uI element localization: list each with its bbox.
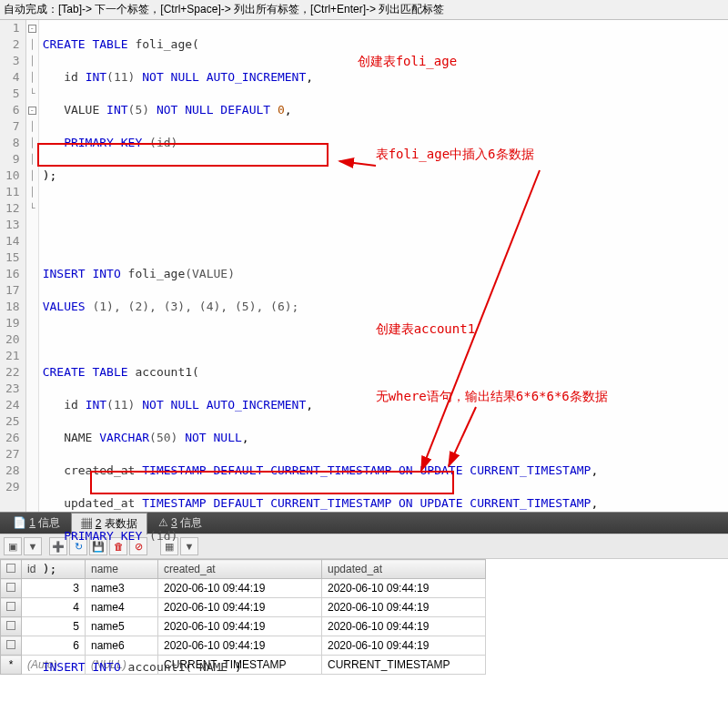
type: TIMESTAMP bbox=[142, 496, 206, 510]
svg-line-0 bbox=[339, 161, 376, 166]
paren: (VALUE) bbox=[185, 267, 235, 280]
keyword: CURRENT_TIMESTAMP bbox=[470, 463, 591, 477]
annotation-no-where: 无where语句，输出结果6*6*6*6条数据 bbox=[376, 388, 608, 404]
keyword: PRIMARY KEY bbox=[64, 136, 142, 149]
keyword: INTO bbox=[92, 660, 120, 674]
keyword: UPDATE bbox=[420, 496, 463, 510]
identifier: id bbox=[64, 398, 78, 412]
toolbar-btn[interactable]: ▼ bbox=[24, 537, 42, 555]
identifier: updated_at bbox=[64, 496, 135, 510]
row-checkbox[interactable] bbox=[6, 602, 15, 611]
keyword: ON bbox=[399, 496, 413, 510]
keyword: NOT NULL bbox=[157, 103, 214, 117]
paren: (5) bbox=[128, 103, 149, 117]
keyword: AUTO_INCREMENT bbox=[207, 398, 307, 412]
identifier: created_at bbox=[64, 463, 135, 477]
row-header-corner[interactable] bbox=[1, 560, 22, 579]
type: INT bbox=[106, 103, 127, 117]
identifier: id bbox=[64, 70, 78, 84]
values: (1), (2), (3), (4), (5), (6); bbox=[92, 300, 298, 313]
identifier: account1( bbox=[135, 365, 198, 379]
row-checkbox[interactable] bbox=[6, 621, 15, 630]
identifier: NAME bbox=[199, 660, 228, 674]
new-row-marker: * bbox=[1, 656, 22, 675]
paren: (50) bbox=[149, 431, 177, 444]
paren: (11) bbox=[106, 398, 135, 412]
fold-column: - │││└ - │││││└ bbox=[26, 20, 39, 512]
type: INT bbox=[86, 398, 106, 412]
keyword: DEFAULT bbox=[220, 103, 270, 117]
keyword: UPDATE bbox=[420, 463, 463, 477]
sql-editor[interactable]: 12345678910 11121314151617181920 2122232… bbox=[0, 20, 728, 512]
row-checkbox[interactable] bbox=[6, 583, 15, 592]
code-area[interactable]: CREATE TABLE foli_age( id INT(11) NOT NU… bbox=[39, 20, 728, 512]
type: VARCHAR bbox=[99, 431, 149, 444]
identifier: foli_age( bbox=[135, 37, 198, 51]
keyword: CURRENT_TIMESTAMP bbox=[270, 496, 391, 510]
annotation-create-account1: 创建表account1 bbox=[376, 320, 475, 337]
annotation-create-foli-age: 创建表foli_age bbox=[358, 53, 457, 69]
type: TIMESTAMP bbox=[142, 463, 206, 477]
keyword: VALUES bbox=[43, 300, 86, 313]
keyword: TABLE bbox=[92, 37, 127, 51]
line-gutter: 12345678910 11121314151617181920 2122232… bbox=[0, 20, 26, 512]
annotation-insert-6-rows: 表foli_age中插入6条数据 bbox=[376, 146, 534, 162]
paren: (id) bbox=[149, 529, 177, 543]
type: INT bbox=[86, 70, 106, 84]
keyword: NOT NULL bbox=[142, 70, 199, 84]
identifier: foli_age bbox=[128, 267, 186, 280]
keyword: INTO bbox=[92, 267, 120, 280]
keyword: CURRENT_TIMESTAMP bbox=[270, 463, 391, 477]
keyword: DEFAULT bbox=[214, 463, 264, 477]
keyword: AUTO_INCREMENT bbox=[207, 70, 307, 84]
fold-minus-icon[interactable]: - bbox=[28, 25, 36, 33]
keyword: DEFAULT bbox=[214, 496, 264, 510]
paren: (11) bbox=[106, 70, 135, 84]
autocomplete-hint-bar: 自动完成：[Tab]-> 下一个标签，[Ctrl+Space]-> 列出所有标签… bbox=[0, 0, 728, 20]
identifier: VALUE bbox=[64, 103, 99, 117]
toolbar-btn[interactable]: ▣ bbox=[4, 537, 22, 555]
keyword: CREATE bbox=[43, 37, 86, 51]
keyword: INSERT bbox=[43, 267, 86, 280]
keyword: PRIMARY KEY bbox=[64, 529, 142, 543]
number: 0 bbox=[278, 103, 285, 117]
keyword: NOT NULL bbox=[185, 431, 242, 444]
identifier: NAME bbox=[64, 431, 92, 444]
identifier: account1( bbox=[128, 660, 192, 674]
keyword: TABLE bbox=[92, 365, 127, 379]
fold-minus-icon[interactable]: - bbox=[28, 107, 36, 115]
keyword: CURRENT_TIMESTAMP bbox=[470, 496, 591, 510]
keyword: CREATE bbox=[43, 365, 86, 379]
keyword: NOT NULL bbox=[142, 398, 199, 412]
keyword: INSERT bbox=[43, 660, 86, 674]
row-checkbox[interactable] bbox=[6, 640, 15, 649]
paren: (id) bbox=[149, 136, 177, 149]
keyword: ON bbox=[399, 463, 413, 477]
